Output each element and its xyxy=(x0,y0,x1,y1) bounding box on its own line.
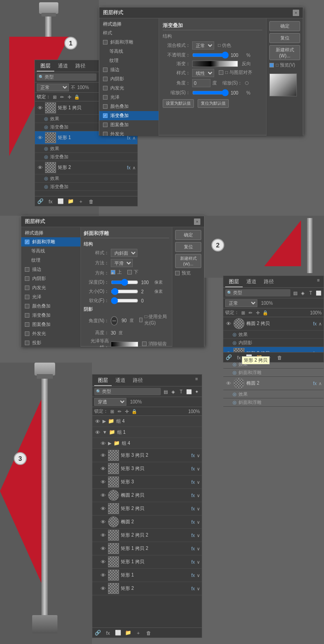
eye-r2cb[interactable]: 👁 xyxy=(100,506,106,511)
lock-p-mid[interactable]: ✏ xyxy=(247,309,254,316)
style-item-6[interactable]: 内发光 xyxy=(99,84,159,93)
layer-r1b[interactable]: 👁 矩形 1 fx ∨ xyxy=(92,569,202,582)
ok-btn-2[interactable]: 确定 xyxy=(175,230,201,240)
blend-mode-select[interactable]: 正常 xyxy=(192,41,214,50)
style-select-d2[interactable]: 内斜面 xyxy=(111,249,137,257)
group-row-4-inner[interactable]: 👁 ▶ 📁 组 4 xyxy=(92,438,202,449)
fx-r2b[interactable]: fx xyxy=(191,586,195,591)
tab-layers-mid[interactable]: 图层 xyxy=(225,277,243,287)
lock-a-bottom[interactable]: 🔒 xyxy=(131,408,137,414)
global-light-cb[interactable] xyxy=(139,318,143,322)
fx-r1cb[interactable]: fx xyxy=(191,560,195,565)
fx-e2cb[interactable]: fx xyxy=(191,493,195,498)
group-row-1[interactable]: 👁 ▼ 📁 组 1 xyxy=(92,427,202,438)
search-box-mid[interactable]: 🔍 类型 xyxy=(225,289,290,297)
style-item-8[interactable]: 颜色叠加 xyxy=(99,102,159,111)
expand-e2c[interactable]: ∧ xyxy=(318,321,322,326)
text-icon-bottom[interactable]: T xyxy=(178,388,184,395)
fx-rect1[interactable]: fx xyxy=(127,135,131,140)
eye-rect2[interactable]: 👁 xyxy=(37,165,43,170)
pixel-icon-bottom[interactable]: ▤ xyxy=(162,388,169,395)
d2-style-0[interactable]: ✓斜面和浮雕 xyxy=(21,237,80,246)
layer-r2b[interactable]: 👁 矩形 2 fx ∨ xyxy=(92,582,202,595)
preview-checkbox-1[interactable] xyxy=(269,63,274,67)
scale-slider[interactable] xyxy=(192,89,229,96)
layer-r1cb[interactable]: 👁 矩形 1 拷贝 fx ∨ xyxy=(92,555,202,569)
link-icon-mid[interactable]: 🔗 xyxy=(225,354,233,361)
eye-r3c2[interactable]: 👁 xyxy=(100,453,106,458)
expand-r2b[interactable]: ∨ xyxy=(197,586,200,591)
text-icon-mid[interactable]: T xyxy=(307,290,314,296)
gloss-curve[interactable] xyxy=(111,342,138,347)
panel-menu-bottom[interactable]: ≡ xyxy=(193,375,200,382)
d2-style-9[interactable]: 图案叠加 xyxy=(21,320,80,329)
anti-alias-cb[interactable] xyxy=(142,342,147,346)
delete-icon-bottom[interactable]: 🗑 xyxy=(145,629,152,637)
blend-mode-select-mid[interactable]: 正常 xyxy=(225,299,257,307)
style-item-7[interactable]: 光泽 xyxy=(99,93,159,102)
d2-style-11[interactable]: 投影 xyxy=(21,338,80,347)
layer-r2cb[interactable]: 👁 矩形 2 拷贝 fx ∨ xyxy=(92,502,202,515)
fx-footer-top[interactable]: fx xyxy=(47,198,54,205)
shape-icon-bottom[interactable]: ⬜ xyxy=(186,388,192,395)
tab-layers-bottom[interactable]: 图层 xyxy=(94,375,112,386)
expand-r3c2[interactable]: ∨ xyxy=(197,453,200,458)
lock-m-mid[interactable]: ✛ xyxy=(255,309,261,316)
fx-rect2[interactable]: fx xyxy=(127,165,131,170)
soften-slider[interactable] xyxy=(111,297,138,304)
expand-r3[interactable]: ∨ xyxy=(197,480,200,485)
eye-r2b[interactable]: 👁 xyxy=(100,586,106,591)
reset-btn-2[interactable]: 复位 xyxy=(175,242,201,252)
eye-rect1copy[interactable]: 👁 xyxy=(37,105,43,111)
layer-row-rect2[interactable]: 👁 矩形 2 fx ∧ xyxy=(35,161,137,174)
expand-e2b[interactable]: ∨ xyxy=(197,520,200,525)
lock-a-mid[interactable]: 🔒 xyxy=(262,309,268,316)
tab-paths-bottom[interactable]: 路径 xyxy=(129,375,147,386)
dialog-close-1[interactable]: × xyxy=(293,10,299,16)
layer-r3[interactable]: 👁 矩形 3 fx ∨ xyxy=(92,476,202,489)
fx-r3[interactable]: fx xyxy=(191,480,195,485)
style-item-0[interactable]: 样式 xyxy=(99,28,159,38)
style-item-9[interactable]: ✓渐变叠加 xyxy=(99,111,159,120)
tab-layers-top[interactable]: 图层 xyxy=(37,61,54,72)
eye-r1c2b[interactable]: 👁 xyxy=(100,546,106,551)
expand-rect2[interactable]: ∧ xyxy=(132,165,136,170)
tab-channels-mid[interactable]: 通道 xyxy=(243,277,260,287)
fx-r1c2b[interactable]: fx xyxy=(191,546,195,551)
reset-angle-d1[interactable]: 缩放(S)： xyxy=(222,80,242,86)
dialog-close-2[interactable]: × xyxy=(194,218,200,225)
d2-style-1[interactable]: 等高线 xyxy=(21,246,80,256)
tri-g1[interactable]: ▼ xyxy=(102,430,107,435)
new-icon-top[interactable]: + xyxy=(77,198,85,205)
size-slider[interactable] xyxy=(111,288,138,295)
reset-default-btn-d1[interactable]: 复位为默认值 xyxy=(198,99,229,108)
d2-style-2[interactable]: 纹理 xyxy=(21,256,80,265)
set-default-btn-d1[interactable]: 设置为默认值 xyxy=(163,99,194,108)
expand-r1c2b[interactable]: ∨ xyxy=(197,546,200,551)
search-box-top[interactable]: 🔍 类型 xyxy=(37,73,97,81)
expand-r3c[interactable]: ∨ xyxy=(197,466,200,471)
d2-style-7[interactable]: 颜色叠加 xyxy=(21,302,80,311)
lock-t-bottom[interactable]: ⊞ xyxy=(109,408,115,414)
eye-r2c2b[interactable]: 👁 xyxy=(100,532,106,538)
eye-g4i[interactable]: 👁 xyxy=(100,441,106,446)
depth-slider[interactable] xyxy=(111,279,138,286)
style-item-11[interactable]: 外发光 xyxy=(99,129,159,136)
style-item-2[interactable]: 等高线 xyxy=(99,47,159,56)
style-item-1[interactable]: 斜面和浮雕 xyxy=(99,38,159,47)
expand-r1cb[interactable]: ∨ xyxy=(197,560,200,565)
adjust-icon-bottom[interactable]: ◈ xyxy=(170,388,176,395)
fx-r3c2[interactable]: fx xyxy=(191,453,195,458)
opacity-slider-d1[interactable] xyxy=(192,51,229,59)
layer-ellipse2copy[interactable]: 👁 椭圆 2 拷贝 fx ∧ xyxy=(223,317,324,330)
fx-r2c2b[interactable]: fx xyxy=(191,533,195,538)
align-checkbox[interactable] xyxy=(219,70,223,75)
lock-all-icon[interactable]: 🔒 xyxy=(74,94,80,100)
delete-icon-mid[interactable]: 🗑 xyxy=(276,354,283,361)
angle-input-d1[interactable] xyxy=(192,79,210,87)
style-item-3[interactable]: 纹理 xyxy=(99,56,159,65)
angle-dial[interactable] xyxy=(111,316,118,325)
d2-style-8[interactable]: 渐变叠加 xyxy=(21,311,80,320)
eye-r1b[interactable]: 👁 xyxy=(100,572,106,578)
style-item-5[interactable]: 内阴影 xyxy=(99,74,159,84)
